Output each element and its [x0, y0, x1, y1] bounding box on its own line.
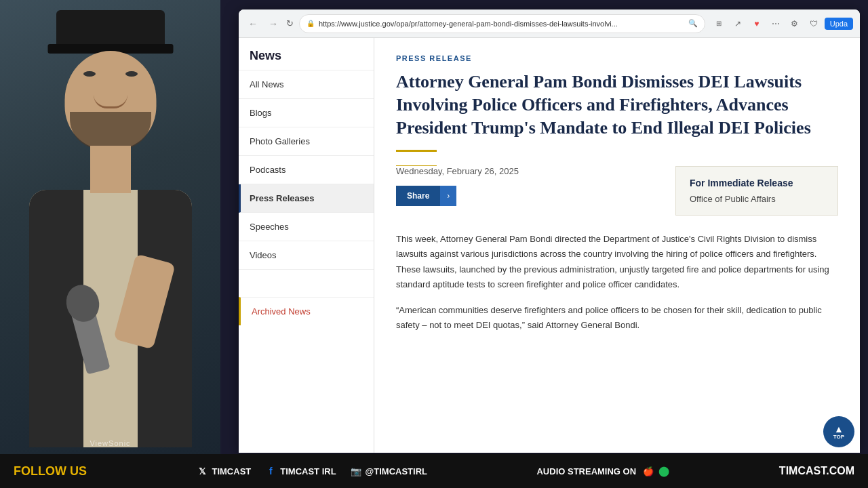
sidebar-item-archived-news[interactable]: Archived News: [239, 297, 374, 325]
sidebar-item-photo-galleries[interactable]: Photo Galleries: [239, 127, 374, 156]
share-arrow-btn[interactable]: ›: [440, 186, 456, 206]
article-paragraph-2: “American communities deserve firefighte…: [396, 303, 838, 333]
nav-title: News: [239, 38, 374, 70]
article-date: Wednesday, February 26, 2025: [396, 166, 662, 176]
instagram-label: @TIMCASTIRL: [366, 466, 427, 476]
instagram-icon: 📷: [350, 465, 362, 477]
scroll-top-arrow-icon: ▲: [834, 424, 844, 434]
sidebar-nav: News All News Blogs Photo Galleries Podc…: [239, 38, 374, 453]
refresh-button[interactable]: ↻: [286, 18, 294, 28]
browser-content: News All News Blogs Photo Galleries Podc…: [239, 38, 860, 453]
gold-divider: [396, 150, 437, 152]
more-button[interactable]: ⋯: [768, 16, 784, 32]
article-paragraph-1: This week, Attorney General Pam Bondi di…: [396, 232, 838, 291]
sidebar-item-podcasts[interactable]: Podcasts: [239, 156, 374, 184]
info-box-title: For Immediate Release: [690, 178, 824, 188]
info-box: For Immediate Release Office of Public A…: [675, 166, 838, 216]
spotify-icon: ⬤: [658, 466, 669, 476]
press-release-label: PRESS RELEASE: [396, 54, 838, 62]
shield-icon[interactable]: 🛡: [806, 16, 822, 32]
video-panel: ViewSonic: [0, 0, 220, 454]
audio-streaming-label: AUDIO STREAMING ON 🍎 ⬤: [536, 466, 669, 476]
sidebar-item-all-news[interactable]: All News: [239, 70, 374, 99]
article-body: This week, Attorney General Pam Bondi di…: [396, 232, 838, 333]
sidebar-item-videos[interactable]: Videos: [239, 241, 374, 270]
lock-icon: 🔒: [307, 20, 315, 27]
share-button-group[interactable]: Share ›: [396, 186, 456, 206]
scroll-top-label: TOP: [833, 434, 844, 440]
twitter-icon: 𝕏: [196, 465, 208, 477]
sidebar-item-speeches[interactable]: Speeches: [239, 213, 374, 241]
browser-panel: ← → ↻ 🔒 https://www.justice.gov/opa/pr/a…: [239, 9, 860, 453]
scroll-to-top-button[interactable]: ▲ TOP: [823, 416, 854, 447]
search-icon: 🔍: [688, 19, 698, 28]
sidebar-item-blogs[interactable]: Blogs: [239, 99, 374, 127]
info-box-subtitle: Office of Public Affairs: [690, 194, 824, 204]
facebook-link[interactable]: f TIMCAST IRL: [264, 465, 336, 477]
watermark: ViewSonic: [90, 439, 130, 447]
browser-chrome: ← → ↻ 🔒 https://www.justice.gov/opa/pr/a…: [239, 9, 860, 38]
back-button[interactable]: ←: [245, 16, 260, 32]
bottom-bar: FOLLOW US 𝕏 TIMCAST f TIMCAST IRL 📷 @TIM…: [0, 454, 868, 488]
apple-icon: 🍎: [643, 466, 654, 476]
timcast-website: TIMCAST.COM: [779, 465, 854, 477]
main-content: PRESS RELEASE Attorney General Pam Bondi…: [374, 38, 860, 453]
follow-us-label: FOLLOW US: [14, 464, 87, 479]
share-label-btn[interactable]: Share: [396, 186, 440, 206]
url-text: https://www.justice.gov/opa/pr/attorney-…: [319, 20, 684, 28]
twitter-label: TIMCAST: [212, 466, 251, 476]
facebook-label: TIMCAST IRL: [280, 466, 336, 476]
browser-actions: ⊞ ↗ ♥ ⋯ ⚙ 🛡 Upda: [711, 16, 853, 32]
forward-button[interactable]: →: [266, 16, 281, 32]
sidebar-item-press-releases[interactable]: Press Releases: [239, 184, 374, 213]
article-meta: Wednesday, February 26, 2025 Share › For…: [396, 166, 838, 216]
share-button[interactable]: ↗: [730, 16, 746, 32]
address-bar[interactable]: 🔒 https://www.justice.gov/opa/pr/attorne…: [299, 14, 705, 33]
facebook-icon: f: [264, 465, 277, 477]
article-title: Attorney General Pam Bondi Dismisses DEI…: [396, 70, 838, 139]
instagram-link[interactable]: 📷 @TIMCASTIRL: [350, 465, 427, 477]
twitter-link[interactable]: 𝕏 TIMCAST: [196, 465, 251, 477]
favorites-button[interactable]: ♥: [749, 16, 765, 32]
extensions-button[interactable]: ⊞: [711, 16, 727, 32]
meta-left: Wednesday, February 26, 2025 Share ›: [396, 166, 662, 206]
social-links: 𝕏 TIMCAST f TIMCAST IRL 📷 @TIMCASTIRL: [196, 465, 427, 477]
settings-icon[interactable]: ⚙: [787, 16, 803, 32]
update-button[interactable]: Upda: [825, 18, 853, 30]
